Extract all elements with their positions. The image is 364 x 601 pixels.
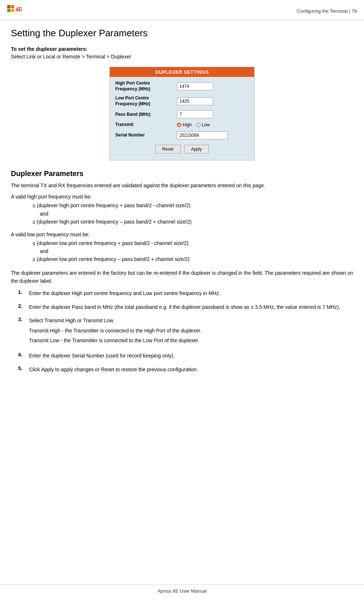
settings-row-low-freq: Low Port CentreFrequency (MHz): [115, 95, 249, 107]
settings-box: DUPLEXER SETTINGS High Port CentreFreque…: [109, 67, 255, 160]
input-high-freq[interactable]: [177, 82, 213, 90]
page-header: 4RF Configuring the Terminal | 79: [0, 0, 364, 20]
step-1-text: Enter the duplexer High port centre freq…: [29, 290, 220, 296]
settings-inner: High Port CentreFrequency (MHz) Low Port…: [110, 77, 254, 160]
buttons-row: Reset Apply: [115, 145, 249, 154]
step-1-content: Enter the duplexer High port centre freq…: [29, 289, 353, 297]
radio-high[interactable]: High: [177, 122, 192, 127]
high-port-intro: A valid high port frequency must be:: [11, 194, 353, 200]
step-4-text: Enter the duplexer Serial Number (used f…: [29, 353, 175, 359]
step-5-text: Click Apply to apply changes or Reset to…: [29, 367, 198, 372]
low-port-intro: A valid low port frequency must be:: [11, 232, 353, 237]
value-low-freq: [177, 97, 249, 105]
step-3-num: 3.: [18, 316, 29, 346]
logo-area: 4RF: [7, 4, 25, 18]
value-passband: [177, 110, 249, 118]
svg-rect-0: [7, 5, 11, 8]
footer-text: Aprisa XE User Manual: [157, 588, 206, 594]
step-5-content: Click Apply to apply changes or Reset to…: [29, 365, 353, 373]
factory-text: The duplexer parameters are entered in t…: [11, 269, 353, 285]
step-3-text: Select Transmit High or Transmit Low: [29, 316, 353, 324]
low-port-line2: ≥ (duplexer low port centre frequency – …: [33, 255, 353, 263]
page-title: Setting the Duplexer Parameters: [11, 28, 353, 39]
svg-rect-1: [11, 5, 14, 8]
svg-rect-2: [7, 9, 11, 12]
settings-row-transmit: Transmit High Low: [115, 122, 249, 128]
step-2-text: Enter the duplexer Pass band in MHz (the…: [29, 304, 340, 310]
duplexer-section-title: Duplexer Parameters: [11, 169, 353, 178]
step-4: 4. Enter the duplexer Serial Number (use…: [18, 352, 353, 360]
page-info: Configuring the Terminal | 79: [297, 8, 357, 14]
step-3: 3. Select Transmit High or Transmit Low …: [18, 316, 353, 346]
step-1: 1. Enter the duplexer High port centre f…: [18, 289, 353, 297]
logo-icon: 4RF: [7, 4, 22, 18]
label-high-freq: High Port CentreFrequency (MHz): [115, 81, 177, 92]
label-serial: Serial Number: [115, 132, 177, 138]
high-port-line2: ≥ (duplexer high port centre frequency –…: [33, 218, 353, 226]
settings-row-serial: Serial Number: [115, 131, 249, 139]
settings-row-passband: Pass Band (MHz): [115, 110, 249, 118]
input-passband[interactable]: [177, 110, 213, 118]
step-3-content: Select Transmit High or Transmit Low Tra…: [29, 316, 353, 346]
label-low-freq: Low Port CentreFrequency (MHz): [115, 95, 177, 107]
low-port-section: A valid low port frequency must be: ≤ (d…: [11, 232, 353, 263]
main-content: Setting the Duplexer Parameters To set t…: [0, 20, 364, 386]
label-transmit: Transmit: [115, 122, 177, 128]
step-5-num: 5.: [18, 365, 29, 373]
value-high-freq: [177, 82, 249, 90]
input-low-freq[interactable]: [177, 97, 213, 105]
value-transmit: High Low: [177, 122, 249, 127]
svg-text:4RF: 4RF: [15, 7, 22, 13]
low-port-line1: ≤ (duplexer low port centre frequency + …: [33, 239, 353, 247]
step-2: 2. Enter the duplexer Pass band in MHz (…: [18, 303, 353, 311]
step-4-content: Enter the duplexer Serial Number (used f…: [29, 352, 353, 360]
step-1-num: 1.: [18, 289, 29, 297]
step-3-sub-0: Transmit High - the Transmitter is conne…: [29, 327, 353, 335]
radio-high-label: High: [183, 122, 192, 127]
step-5: 5. Click Apply to apply changes or Reset…: [18, 365, 353, 373]
radio-low[interactable]: Low: [196, 122, 210, 127]
radio-circle-high: [177, 123, 181, 127]
settings-title: DUPLEXER SETTINGS: [110, 67, 254, 77]
radio-group-transmit: High Low: [177, 122, 249, 127]
duplexer-body: The terminal TX and RX frequencies enter…: [11, 181, 353, 189]
nav-path: Select Link or Local or Remote > Termina…: [11, 54, 353, 60]
instructions-heading: To set the duplexer parameters:: [11, 46, 353, 52]
settings-row-high-freq: High Port CentreFrequency (MHz): [115, 81, 249, 92]
value-serial: [177, 131, 249, 139]
label-passband: Pass Band (MHz): [115, 112, 177, 118]
input-serial[interactable]: [177, 131, 228, 139]
radio-low-label: Low: [202, 122, 210, 127]
low-port-and: and: [40, 247, 353, 255]
apply-button[interactable]: Apply: [184, 145, 209, 154]
high-port-and: and: [40, 210, 353, 218]
svg-rect-3: [11, 9, 14, 12]
reset-button[interactable]: Reset: [155, 145, 180, 154]
step-2-content: Enter the duplexer Pass band in MHz (the…: [29, 303, 353, 311]
high-port-line1: ≤ (duplexer high port centre frequency +…: [33, 201, 353, 209]
radio-circle-low: [196, 123, 200, 127]
steps-list: 1. Enter the duplexer High port centre f…: [18, 289, 353, 373]
step-3-sub-1: Transmit Low - the Transmitter is connec…: [29, 336, 353, 344]
footer: Aprisa XE User Manual: [0, 584, 364, 594]
high-port-section: A valid high port frequency must be: ≤ (…: [11, 194, 353, 226]
step-2-num: 2.: [18, 303, 29, 311]
step-4-num: 4.: [18, 352, 29, 360]
settings-box-container: DUPLEXER SETTINGS High Port CentreFreque…: [11, 67, 353, 160]
